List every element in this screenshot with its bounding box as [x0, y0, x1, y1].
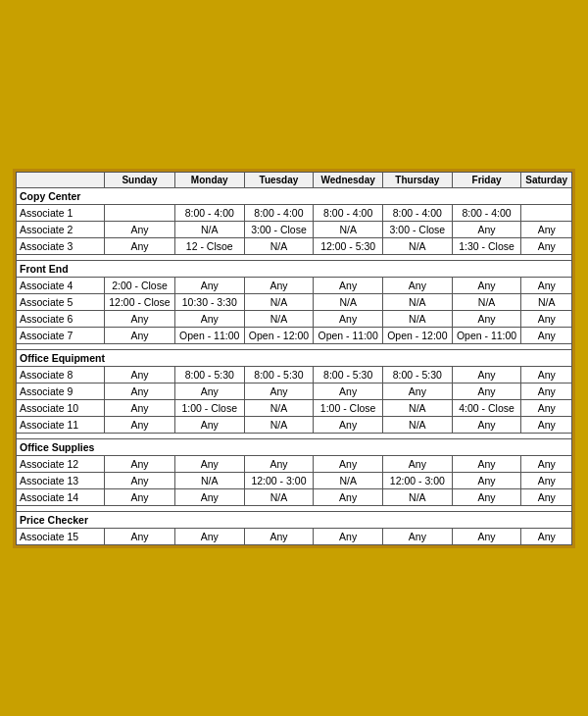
header-cell-2: Monday	[174, 172, 244, 187]
schedule-cell: N/A	[383, 310, 453, 327]
schedule-cell: Any	[105, 310, 175, 327]
table-row: Associate 6AnyAnyN/AAnyN/AAnyAny	[17, 310, 572, 327]
schedule-cell	[105, 204, 175, 221]
schedule-cell: 1:00 - Close	[174, 399, 244, 416]
schedule-cell: Any	[521, 366, 572, 383]
schedule-cell: Any	[521, 399, 572, 416]
schedule-cell: Open - 11:00	[314, 327, 383, 343]
schedule-cell: N/A	[383, 293, 453, 310]
schedule-cell: N/A	[383, 416, 453, 433]
schedule-cell: N/A	[244, 488, 314, 505]
schedule-cell: Any	[314, 310, 383, 327]
schedule-cell: Any	[383, 383, 453, 399]
table-row: Associate 2AnyN/A3:00 - CloseN/A3:00 - C…	[17, 221, 572, 237]
schedule-cell: Any	[174, 455, 244, 472]
schedule-cell: Any	[452, 221, 521, 237]
table-row: Associate 3Any12 - ClsoeN/A12:00 - 5:30N…	[17, 237, 572, 254]
schedule-cell: 4:00 - Close	[452, 399, 521, 416]
schedule-cell: Any	[521, 416, 572, 433]
schedule-cell: N/A	[244, 399, 314, 416]
schedule-cell: Any	[521, 277, 572, 293]
schedule-cell: 12:00 - Close	[105, 293, 175, 310]
schedule-cell: 1:00 - Close	[314, 399, 383, 416]
schedule-cell: Any	[521, 310, 572, 327]
schedule-cell: N/A	[314, 293, 383, 310]
associate-label: Associate 10	[17, 399, 105, 416]
schedule-cell: Any	[521, 383, 572, 399]
header-cell-4: Wednesday	[314, 172, 383, 187]
schedule-cell: Any	[105, 366, 175, 383]
header-row: SundayMondayTuesdayWednesdayThursdayFrid…	[17, 172, 572, 187]
associate-label: Associate 14	[17, 488, 105, 505]
table-row: Associate 8Any8:00 - 5:308:00 - 5:308:00…	[17, 366, 572, 383]
schedule-cell: Any	[244, 383, 314, 399]
schedule-cell: N/A	[521, 293, 572, 310]
schedule-cell: Any	[521, 488, 572, 505]
schedule-cell: Any	[105, 528, 175, 544]
schedule-cell: Any	[383, 455, 453, 472]
schedule-cell: 8:00 - 4:00	[383, 204, 453, 221]
schedule-cell: 2:00 - Close	[105, 277, 175, 293]
section-label-1: Front End	[17, 260, 572, 277]
schedule-cell: Any	[174, 383, 244, 399]
schedule-cell: 8:00 - 4:00	[314, 204, 383, 221]
table-row: Associate 512:00 - Close10:30 - 3:30N/AN…	[17, 293, 572, 310]
associate-label: Associate 8	[17, 366, 105, 383]
schedule-cell: Any	[521, 472, 572, 488]
associate-label: Associate 13	[17, 472, 105, 488]
schedule-cell: Any	[452, 416, 521, 433]
schedule-cell: Any	[314, 455, 383, 472]
associate-label: Associate 9	[17, 383, 105, 399]
schedule-cell: 1:30 - Close	[452, 237, 521, 254]
schedule-cell: Any	[174, 528, 244, 544]
table-row: Associate 15AnyAnyAnyAnyAnyAnyAny	[17, 528, 572, 544]
schedule-cell: Any	[383, 528, 453, 544]
schedule-cell: Any	[314, 416, 383, 433]
schedule-cell: Any	[521, 327, 572, 343]
schedule-cell: Any	[105, 383, 175, 399]
schedule-cell: N/A	[174, 472, 244, 488]
associate-label: Associate 11	[17, 416, 105, 433]
associate-label: Associate 7	[17, 327, 105, 343]
schedule-cell: Any	[174, 310, 244, 327]
schedule-cell: Any	[105, 455, 175, 472]
section-header-0: Copy Center	[17, 187, 572, 204]
associate-label: Associate 15	[17, 528, 105, 544]
section-header-2: Office Equipment	[17, 349, 572, 366]
schedule-cell: Any	[105, 416, 175, 433]
schedule-cell: N/A	[244, 310, 314, 327]
schedule-cell: 8:00 - 4:00	[452, 204, 521, 221]
schedule-cell: Any	[452, 528, 521, 544]
schedule-cell: N/A	[174, 221, 244, 237]
table-row: Associate 10Any1:00 - CloseN/A1:00 - Clo…	[17, 399, 572, 416]
schedule-cell: 8:00 - 5:30	[174, 366, 244, 383]
table-row: Associate 13AnyN/A12:00 - 3:00N/A12:00 -…	[17, 472, 572, 488]
table-row: Associate 9AnyAnyAnyAnyAnyAnyAny	[17, 383, 572, 399]
schedule-cell: Any	[314, 488, 383, 505]
schedule-cell: Any	[174, 416, 244, 433]
schedule-table: SundayMondayTuesdayWednesdayThursdayFrid…	[16, 172, 572, 545]
schedule-cell: N/A	[383, 488, 453, 505]
header-cell-1: Sunday	[105, 172, 175, 187]
schedule-container: SundayMondayTuesdayWednesdayThursdayFrid…	[13, 169, 575, 548]
schedule-cell: Any	[314, 277, 383, 293]
section-header-3: Office Supplies	[17, 438, 572, 455]
table-row: Associate 18:00 - 4:008:00 - 4:008:00 - …	[17, 204, 572, 221]
schedule-cell: 10:30 - 3:30	[174, 293, 244, 310]
schedule-cell: Any	[521, 528, 572, 544]
header-cell-3: Tuesday	[244, 172, 314, 187]
associate-label: Associate 4	[17, 277, 105, 293]
schedule-cell: Any	[452, 366, 521, 383]
section-label-3: Office Supplies	[17, 438, 572, 455]
associate-label: Associate 2	[17, 221, 105, 237]
schedule-cell: Open - 12:00	[383, 327, 453, 343]
schedule-cell: Any	[174, 488, 244, 505]
schedule-cell: Any	[244, 277, 314, 293]
schedule-cell: Any	[105, 221, 175, 237]
schedule-cell: Open - 11:00	[174, 327, 244, 343]
schedule-cell: Any	[521, 237, 572, 254]
schedule-cell: 12:00 - 3:00	[244, 472, 314, 488]
schedule-cell: N/A	[244, 416, 314, 433]
header-cell-7: Saturday	[521, 172, 572, 187]
table-row: Associate 14AnyAnyN/AAnyN/AAnyAny	[17, 488, 572, 505]
